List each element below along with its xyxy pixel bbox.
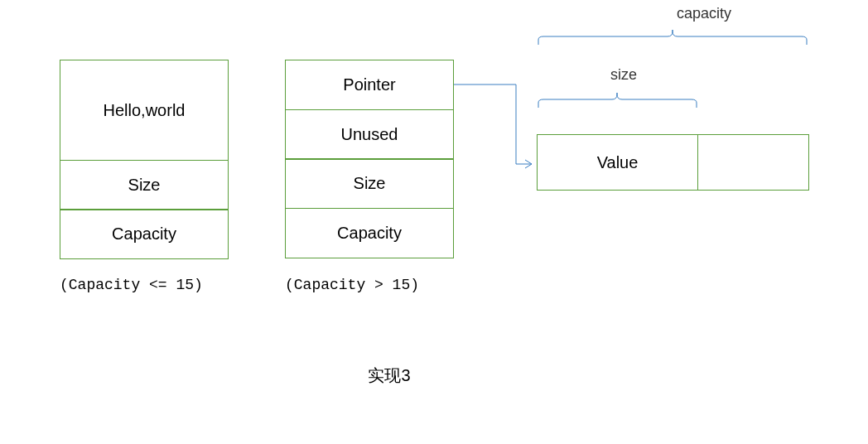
left-cell-capacity-text: Capacity [112,224,176,244]
capacity-brace-icon [537,28,808,46]
left-cell-hello-text: Hello,world [104,101,186,120]
size-brace-icon [537,91,698,109]
left-cell-size-text: Size [128,176,161,195]
mid-cell-capacity: Capacity [285,208,454,258]
heap-value-box: Value [537,134,698,191]
mid-cell-size-text: Size [354,174,386,193]
heap-extra-box [697,134,809,191]
pointer-arrow-icon [454,81,545,176]
mid-cell-capacity-text: Capacity [337,224,402,243]
capacity-label: capacity [663,5,745,22]
mid-caption: (Capacity > 15) [285,277,419,293]
left-cell-size: Size [60,160,229,210]
size-label: size [591,66,657,84]
left-cell-capacity: Capacity [60,209,229,259]
mid-cell-unused: Unused [285,109,454,160]
mid-cell-pointer: Pointer [285,60,454,110]
mid-cell-unused-text: Unused [341,125,398,144]
left-caption: (Capacity <= 15) [60,277,203,293]
mid-cell-pointer-text: Pointer [343,75,395,94]
left-cell-hello: Hello,world [60,60,229,161]
mid-cell-size: Size [285,158,454,209]
diagram-title: 实现3 [348,364,431,387]
heap-value-text: Value [597,153,639,172]
